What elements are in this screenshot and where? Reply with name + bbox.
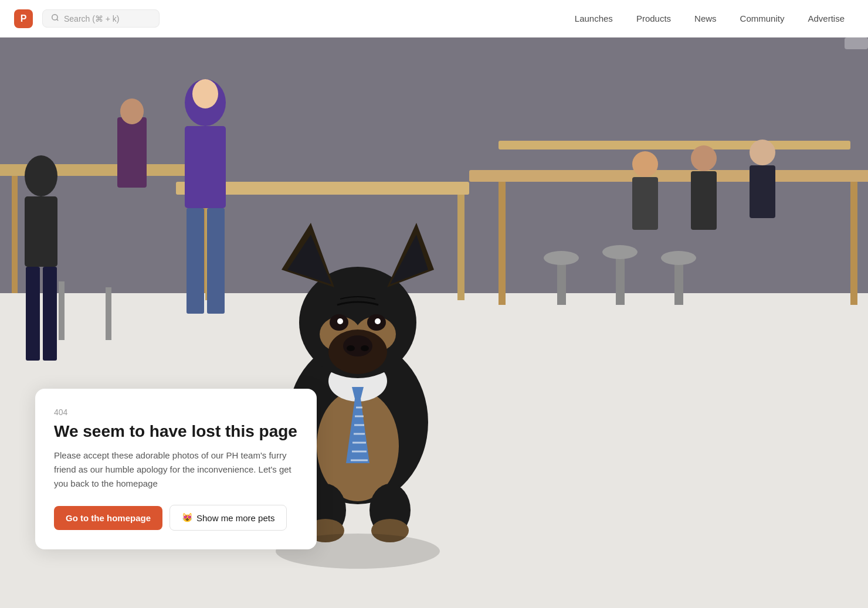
error-description: Please accept these adorable photos of o… [54,449,298,491]
search-placeholder: Search (⌘ + k) [64,14,120,23]
svg-point-17 [192,79,218,108]
svg-rect-36 [674,258,683,305]
svg-rect-22 [26,267,40,361]
svg-rect-32 [557,258,566,305]
show-more-pets-label: Show me more pets [196,513,274,523]
svg-point-47 [343,335,372,356]
svg-point-30 [750,140,775,165]
error-actions: Go to the homepage 😻 Show me more pets [54,505,298,531]
nav-link-products[interactable]: Products [627,9,680,28]
svg-rect-21 [25,196,57,267]
svg-rect-18 [187,208,204,314]
svg-rect-27 [632,177,658,230]
svg-rect-19 [207,208,225,314]
svg-rect-34 [616,252,625,305]
nav-link-advertise[interactable]: Advertise [798,9,854,28]
error-title: We seem to have lost this page [54,422,298,441]
svg-rect-12 [499,182,506,305]
nav-link-launches[interactable]: Launches [565,9,622,28]
nav-link-community[interactable]: Community [731,9,794,28]
svg-rect-6 [12,176,18,293]
svg-point-25 [120,98,144,124]
svg-line-1 [57,19,59,21]
svg-point-20 [25,155,57,196]
svg-point-48 [347,345,355,351]
navbar: P Search (⌘ + k) Launches Products News … [0,0,868,38]
search-icon [51,13,59,23]
svg-rect-71 [845,38,868,49]
svg-rect-24 [117,117,147,188]
svg-point-33 [544,251,579,265]
search-bar[interactable]: Search (⌘ + k) [42,9,160,28]
error-code: 404 [54,407,298,417]
svg-rect-29 [691,171,717,230]
svg-point-37 [661,251,696,265]
svg-rect-10 [457,195,464,300]
svg-point-49 [361,345,369,351]
ph-logo-icon: P [14,9,33,28]
svg-rect-14 [499,141,850,150]
logo[interactable]: P [14,9,33,28]
svg-rect-38 [59,281,65,340]
svg-point-53 [375,318,381,324]
svg-point-26 [632,151,658,177]
svg-rect-23 [43,267,57,361]
svg-rect-16 [185,126,226,208]
svg-rect-13 [850,182,857,305]
svg-rect-31 [750,165,775,218]
svg-point-28 [691,145,717,171]
nav-link-news[interactable]: News [685,9,726,28]
svg-point-52 [337,318,343,324]
error-card: 404 We seem to have lost this page Pleas… [35,389,317,549]
svg-rect-39 [106,287,111,340]
svg-rect-11 [469,170,868,182]
pets-emoji: 😻 [182,512,193,523]
go-to-homepage-button[interactable]: Go to the homepage [54,506,162,530]
svg-point-0 [52,15,57,20]
svg-point-35 [602,245,638,259]
show-more-pets-button[interactable]: 😻 Show me more pets [169,505,287,531]
nav-links: Launches Products News Community Adverti… [565,9,854,28]
